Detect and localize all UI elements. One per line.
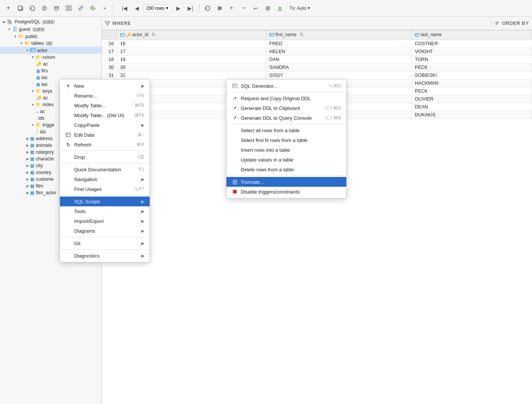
- tables-label: tables: [31, 41, 44, 46]
- add-connection-button[interactable]: +: [3, 3, 14, 14]
- col1-label: ac: [43, 61, 48, 67]
- refresh-icon: ↻: [65, 142, 71, 148]
- submenu-disable-triggers[interactable]: Disable triggers/constraints: [226, 187, 346, 197]
- diagrams-icon: [65, 228, 71, 234]
- insert-rows-icon: [232, 147, 238, 153]
- menu-item-diagnostics[interactable]: Diagnostics ▶: [60, 251, 150, 261]
- sidebar-item-public[interactable]: ▼ 📁 public: [0, 33, 101, 40]
- properties-button[interactable]: [39, 3, 50, 14]
- menu-item-git[interactable]: Git ▶: [60, 238, 150, 248]
- grid-toolbar: WHERE ORDER BY: [102, 17, 532, 30]
- preview-button[interactable]: [263, 3, 273, 14]
- next-page-button[interactable]: ▶: [173, 3, 184, 14]
- svg-point-4: [44, 9, 45, 10]
- idx2-label: idx: [38, 116, 44, 121]
- more-button[interactable]: »: [99, 3, 110, 14]
- menu-item-new[interactable]: + New ▶: [60, 81, 150, 91]
- rows-selector[interactable]: 200 rows ▼: [144, 5, 172, 12]
- table-row[interactable]: 18 18 DAN TORN: [102, 55, 532, 63]
- submenu-gen-ddl-clip[interactable]: ↗ Generate DDL to Clipboard ⌥⇧⌘G: [226, 103, 346, 113]
- actor-id-cell: 17: [117, 47, 266, 55]
- table-row[interactable]: 30 30 SANDRA PECK: [102, 63, 532, 71]
- menu-item-quick-doc[interactable]: Quick Documentation F1: [60, 165, 150, 174]
- columns-label: colum: [43, 55, 55, 60]
- separator-4: [60, 237, 150, 237]
- undo-button[interactable]: ↩: [251, 3, 261, 14]
- submenu-sql-generator[interactable]: SQL Generator... ⌥⌘G: [226, 81, 346, 91]
- expand-character-icon: ▶: [25, 156, 30, 162]
- git-icon: [65, 240, 71, 246]
- submenu-select-first[interactable]: Select first N rows from a table: [226, 135, 346, 145]
- table-row[interactable]: 31 31 SISSY SOBIESKI: [102, 71, 532, 79]
- add-row-button[interactable]: +: [226, 3, 237, 14]
- gen-ddl-clip-icon: ↗: [232, 105, 238, 111]
- context-menu-main: + New ▶ Rename... ⇧F6 Modify Table... ⌘F…: [60, 79, 150, 262]
- country-label: country: [36, 170, 51, 175]
- submenu-update-values[interactable]: Update values in a table: [226, 155, 346, 165]
- menu-item-navigation[interactable]: Navigation ▶: [60, 174, 150, 184]
- expand-category-icon: ▶: [25, 149, 30, 155]
- expand-address-icon: ▶: [25, 136, 30, 141]
- idx1-label: ac: [40, 109, 45, 114]
- disable-triggers-icon: [232, 189, 238, 195]
- menu-item-sql-scripts[interactable]: SQL Scripts ▶: [60, 197, 150, 206]
- reload-button[interactable]: [202, 3, 213, 14]
- submenu-delete-rows[interactable]: Delete rows from a table: [226, 165, 346, 174]
- prev-page-button[interactable]: ◀: [131, 3, 142, 14]
- grid-button[interactable]: [63, 3, 74, 14]
- sidebar-item-guest[interactable]: ▼ 🗄 guest 1 of 4: [0, 26, 101, 33]
- expand-film-actor-icon: ▶: [25, 190, 30, 195]
- table-row[interactable]: 16 16 FRED COSTNER: [102, 40, 532, 47]
- menu-item-refresh[interactable]: ↻ Refresh ⌘R: [60, 140, 150, 149]
- database-button[interactable]: [51, 3, 62, 14]
- stop-button[interactable]: [214, 3, 225, 14]
- sidebar-item-tables[interactable]: ▼ 📁 tables 23: [0, 40, 101, 47]
- sidebar-item-col1[interactable]: 🔑 ac: [0, 61, 101, 67]
- pin-button[interactable]: [87, 3, 98, 14]
- sidebar-item-postgresql[interactable]: ▶ 🐘 PostgreSQL 1 of 2: [0, 18, 101, 26]
- submenu-insert-rows[interactable]: Insert rows into a table: [226, 145, 346, 155]
- sidebar-item-col2[interactable]: ▦ firs: [0, 67, 101, 74]
- menu-item-modify-table[interactable]: Modify Table... ⌘F6: [60, 101, 150, 110]
- sidebar-item-columns[interactable]: ▼ 📁 colum: [0, 54, 101, 61]
- upload-button[interactable]: [275, 3, 285, 14]
- submenu-copy-ddl[interactable]: ↗ Request and Copy Original DDL: [226, 93, 346, 103]
- first-name-cell: DAN: [266, 55, 411, 63]
- edit-button[interactable]: [75, 3, 86, 14]
- col-actor-id[interactable]: 🔑 actor_id ⇅: [117, 30, 266, 40]
- sql-scripts-submenu: SQL Generator... ⌥⌘G ↗ Request and Copy …: [226, 79, 347, 198]
- menu-item-drop[interactable]: Drop ⌫: [60, 152, 150, 162]
- submenu-gen-ddl-console[interactable]: ↗ Generate DDL to Query Console ⌥⇧⌘B: [226, 113, 346, 123]
- refresh-button[interactable]: [27, 3, 38, 14]
- menu-item-rename[interactable]: Rename... ⇧F6: [60, 91, 150, 101]
- tx-label[interactable]: Tx: Auto ▼: [290, 6, 311, 11]
- svg-rect-11: [218, 6, 222, 10]
- submenu-truncate[interactable]: Truncate...: [226, 177, 346, 187]
- last-page-button[interactable]: ▶|: [185, 3, 196, 14]
- menu-item-diagrams[interactable]: Diagrams ▶: [60, 226, 150, 236]
- delete-row-button[interactable]: −: [238, 3, 249, 14]
- svg-point-13: [267, 8, 269, 9]
- col-first-name[interactable]: first_name ⇅: [266, 30, 411, 40]
- menu-item-tools[interactable]: Tools ▶: [60, 206, 150, 216]
- col3-label: las: [41, 75, 47, 80]
- tables-count: 23: [45, 41, 53, 46]
- film-actor-label: film_actor: [36, 190, 56, 195]
- menu-item-edit-data[interactable]: Edit Data ⌘↓: [60, 130, 150, 140]
- row-num-cell: 18: [102, 55, 117, 63]
- last-name-cell: PECK: [412, 87, 532, 95]
- sidebar-item-actor[interactable]: ▼ actor: [0, 47, 101, 54]
- submenu-select-all[interactable]: Select all rows from a table: [226, 125, 346, 135]
- menu-item-find-usages[interactable]: Find Usages ⌥F7: [60, 184, 150, 194]
- menu-item-modify-old[interactable]: Modify Table... (Old UI) ⌘F6: [60, 110, 150, 120]
- table-row[interactable]: 17 17 HELEN VOIGHT: [102, 47, 532, 55]
- copy-button[interactable]: [15, 3, 26, 14]
- svg-rect-30: [66, 133, 70, 137]
- guest-label: guest: [19, 27, 31, 32]
- col-last-name[interactable]: last_name: [412, 30, 532, 40]
- menu-item-copy-paste[interactable]: Copy/Paste ▶: [60, 120, 150, 130]
- actor-id-cell: 16: [117, 40, 266, 47]
- indexes-label: index: [43, 102, 54, 107]
- first-page-button[interactable]: |◀: [119, 3, 130, 14]
- menu-item-import-export[interactable]: Import/Export ▶: [60, 216, 150, 226]
